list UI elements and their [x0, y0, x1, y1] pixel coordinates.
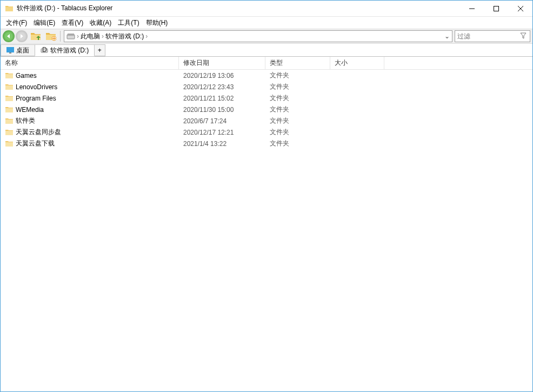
cell-name: 天翼云盘同步盘	[1, 128, 179, 137]
filter-bar[interactable]	[455, 30, 530, 42]
menu-item[interactable]: 帮助(H)	[143, 17, 171, 29]
list-item[interactable]: 天翼云盘下载2021/1/4 13:22文件夹	[1, 138, 532, 149]
file-list[interactable]: 名称 修改日期 类型 大小 Games2020/12/19 13:06文件夹Le…	[1, 57, 532, 391]
cell-date: 2020/11/30 15:00	[179, 106, 265, 114]
menu-item[interactable]: 编辑(E)	[30, 17, 58, 29]
folder-icon	[5, 4, 14, 13]
cell-type: 文件夹	[265, 128, 330, 137]
list-header: 名称 修改日期 类型 大小	[1, 57, 532, 70]
column-date[interactable]: 修改日期	[179, 57, 265, 69]
column-type[interactable]: 类型	[265, 57, 330, 69]
breadcrumb-separator: ›	[145, 32, 148, 40]
new-folder-button[interactable]	[44, 30, 58, 42]
address-bar[interactable]: › 此电脑 › 软件游戏 (D:) › ⌄	[64, 30, 452, 42]
window-controls	[459, 1, 532, 16]
cell-type: 文件夹	[265, 82, 330, 91]
separator	[60, 31, 61, 42]
menu-item[interactable]: 收藏(A)	[86, 17, 115, 29]
close-button[interactable]	[508, 1, 532, 16]
cell-date: 2020/11/21 15:02	[179, 95, 265, 102]
up-button[interactable]	[29, 30, 43, 42]
minimize-button[interactable]	[459, 1, 484, 16]
drive-icon: D	[41, 47, 48, 54]
menu-item[interactable]: 查看(V)	[58, 17, 86, 29]
list-item[interactable]: Games2020/12/19 13:06文件夹	[1, 70, 532, 81]
new-tab-button[interactable]: +	[94, 44, 105, 56]
cell-date: 2020/12/19 13:06	[179, 72, 265, 79]
tabbar: 桌面D软件游戏 (D:)+	[1, 44, 532, 57]
svg-rect-0	[494, 6, 498, 11]
svg-rect-5	[9, 52, 11, 54]
cell-date: 2020/12/17 12:21	[179, 129, 265, 136]
cell-name: LenovoDrivers	[1, 83, 179, 91]
cell-name: WEMedia	[1, 106, 179, 114]
breadcrumb-segment[interactable]: 软件游戏 (D:)	[104, 32, 145, 41]
tab-label: 桌面	[16, 46, 29, 55]
list-item[interactable]: Program Files2020/11/21 15:02文件夹	[1, 92, 532, 104]
filter-input[interactable]	[457, 32, 520, 40]
column-name[interactable]: 名称	[1, 57, 179, 69]
maximize-button[interactable]	[484, 1, 508, 16]
desktop-icon	[6, 47, 14, 54]
forward-button[interactable]	[16, 30, 28, 42]
list-item[interactable]: LenovoDrivers2020/12/12 23:43文件夹	[1, 81, 532, 92]
cell-type: 文件夹	[265, 71, 330, 80]
cell-type: 文件夹	[265, 94, 330, 103]
folder-icon	[5, 140, 14, 148]
back-button[interactable]	[3, 30, 15, 42]
svg-rect-4	[6, 47, 14, 52]
titlebar[interactable]: 软件游戏 (D:) - Tablacus Explorer	[1, 1, 532, 17]
filter-icon[interactable]	[520, 32, 528, 41]
cell-name: 天翼云盘下载	[1, 139, 179, 148]
tab[interactable]: 桌面	[1, 44, 35, 56]
column-size[interactable]: 大小	[330, 57, 384, 69]
breadcrumb-segment[interactable]: 此电脑	[79, 32, 101, 41]
window-title: 软件游戏 (D:) - Tablacus Explorer	[17, 4, 459, 13]
cell-type: 文件夹	[265, 139, 330, 148]
folder-icon	[5, 106, 14, 114]
folder-icon	[5, 95, 14, 102]
menubar: 文件(F)编辑(E)查看(V)收藏(A)工具(T)帮助(H)	[1, 17, 532, 29]
cell-type: 文件夹	[265, 105, 330, 114]
svg-rect-3	[68, 34, 74, 36]
cell-date: 2021/1/4 13:22	[179, 140, 265, 148]
folder-icon	[5, 72, 14, 79]
cell-type: 文件夹	[265, 116, 330, 125]
list-item[interactable]: WEMedia2020/11/30 15:00文件夹	[1, 104, 532, 115]
folder-up-icon	[30, 31, 41, 41]
folder-icon	[5, 83, 14, 91]
drive-icon	[66, 32, 75, 40]
cell-date: 2020/12/12 23:43	[179, 83, 265, 91]
address-dropdown[interactable]: ⌄	[444, 32, 450, 40]
toolbar: › 此电脑 › 软件游戏 (D:) › ⌄	[1, 29, 532, 44]
list-item[interactable]: 软件类2020/6/7 17:24文件夹	[1, 115, 532, 127]
menu-item[interactable]: 工具(T)	[115, 17, 142, 29]
cell-date: 2020/6/7 17:24	[179, 117, 265, 125]
folder-icon	[5, 117, 14, 125]
list-item[interactable]: 天翼云盘同步盘2020/12/17 12:21文件夹	[1, 127, 532, 138]
menu-item[interactable]: 文件(F)	[3, 17, 30, 29]
cell-name: 软件类	[1, 116, 179, 125]
cell-name: Games	[1, 72, 179, 79]
tab[interactable]: D软件游戏 (D:)	[35, 44, 95, 56]
folder-icon	[5, 129, 14, 136]
cell-name: Program Files	[1, 95, 179, 102]
new-folder-icon	[45, 31, 56, 41]
svg-text:D: D	[42, 47, 47, 54]
tab-label: 软件游戏 (D:)	[50, 46, 89, 55]
